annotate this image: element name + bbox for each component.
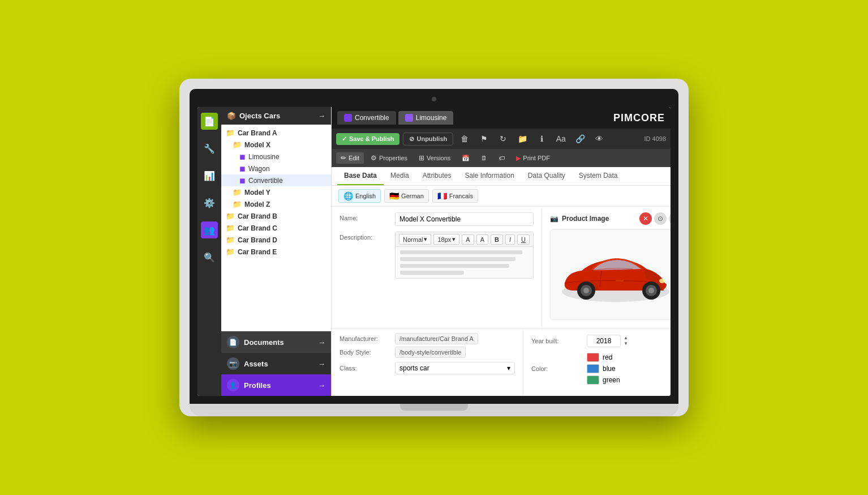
italic-btn[interactable]: I	[505, 234, 515, 245]
editor-toolbar: Normal ▾ 18px ▾ A	[396, 232, 533, 247]
bold-btn[interactable]: B	[491, 234, 503, 245]
edit-label: Edit	[349, 155, 359, 161]
color-label: Color:	[531, 365, 582, 372]
class-select[interactable]: sports car ▾	[395, 362, 515, 374]
search-icon-btn[interactable]: 🔍	[201, 249, 218, 266]
class-chevron-icon: ▾	[507, 364, 510, 372]
properties-btn[interactable]: ⚙ Properties	[366, 152, 412, 164]
color-list-container: red blue green	[587, 353, 663, 385]
profiles-arrow: →	[318, 381, 325, 390]
tab-sale-information[interactable]: Sale Information	[458, 167, 521, 185]
tree-item-car-brand-a[interactable]: 📁 Car Brand A	[221, 127, 331, 139]
info-icon-btn[interactable]: ℹ	[534, 131, 549, 147]
users-icon-btn[interactable]: 👥	[201, 221, 218, 238]
external-link-btn[interactable]: 🔗	[572, 131, 588, 147]
tag-icon-btn[interactable]: 🏷	[494, 153, 509, 163]
tree-item-car-brand-c[interactable]: 📁 Car Brand C	[221, 222, 331, 234]
tree-item-car-brand-b[interactable]: 📁 Car Brand B	[221, 210, 331, 222]
tree-item-model-x[interactable]: 📁 Model X	[221, 139, 331, 151]
tab-convertible[interactable]: Convertible	[337, 111, 396, 125]
year-up-btn[interactable]: ▲	[623, 335, 629, 341]
tree-item-model-y[interactable]: 📁 Model Y	[221, 186, 331, 198]
folder-icon-4: 📁	[233, 200, 242, 208]
image-remove-btn[interactable]: ✕	[639, 212, 652, 225]
tree-panel: 📦 Ojects Cars → 📁 Car Brand A 📁 Model X	[221, 107, 332, 396]
description-editor-container: Normal ▾ 18px ▾ A	[395, 232, 534, 279]
lang-english[interactable]: 🌐 English	[338, 189, 381, 203]
year-built-input[interactable]	[587, 335, 621, 347]
assets-icon: 📷	[227, 357, 239, 370]
tree-item-convertible[interactable]: ◼ Convertible	[221, 174, 331, 186]
save-publish-button[interactable]: ✓ Save & Publish	[336, 133, 399, 145]
tree-header-icon: 📦	[227, 112, 236, 120]
folder-icon-7: 📁	[226, 236, 235, 244]
pencil-icon: ✏	[341, 154, 346, 162]
image-action-buttons: ✕ ⊙ ↑	[639, 212, 671, 225]
edit-btn[interactable]: ✏ Edit	[336, 152, 364, 164]
tab-base-data[interactable]: Base Data	[337, 167, 384, 185]
documents-nav[interactable]: 📄 Documents →	[221, 331, 331, 353]
preview-btn[interactable]: 👁	[591, 131, 607, 147]
image-target-btn[interactable]: ⊙	[654, 212, 667, 225]
tree-header-title: Ojects Cars	[239, 112, 280, 120]
properties-label: Properties	[379, 155, 407, 161]
image-upload-btn[interactable]: ↑	[669, 212, 671, 225]
fontsize-select[interactable]: 18px ▾	[433, 234, 459, 245]
calendar2-icon-btn[interactable]: 🗓	[476, 153, 492, 163]
format-select[interactable]: Normal ▾	[399, 234, 431, 245]
tree-item-limousine[interactable]: ◼ Limousine	[221, 151, 331, 163]
body-style-path: /body-style/convertible	[395, 347, 466, 358]
tab-limousine[interactable]: Limousine	[398, 111, 454, 125]
francais-label: Francais	[449, 193, 473, 199]
editor-line-1	[400, 250, 522, 254]
document-icon-btn[interactable]: 📄	[201, 113, 218, 130]
camera-icon: 📷	[550, 215, 558, 223]
sidebar-icons: 📄 🔧 📊 ⚙️ 👥 🔍	[197, 107, 221, 396]
tab-media[interactable]: Media	[384, 167, 416, 185]
unpublish-button[interactable]: ⊘ Unpublish	[403, 133, 453, 146]
lang-german[interactable]: 🇩🇪 German	[384, 189, 429, 203]
lang-francais[interactable]: 🇫🇷 Francais	[432, 189, 478, 203]
tree-item-model-z[interactable]: 📁 Model Z	[221, 198, 331, 210]
svg-point-7	[659, 279, 665, 283]
assets-nav[interactable]: 📷 Assets →	[221, 353, 331, 374]
year-down-btn[interactable]: ▼	[623, 341, 629, 347]
translate-icon-btn[interactable]: Aa	[553, 131, 569, 147]
class-value: sports car ▾	[395, 362, 515, 374]
assets-arrow: →	[318, 360, 325, 368]
name-input[interactable]	[395, 212, 534, 226]
profiles-label: Profiles	[244, 381, 271, 390]
versions-btn[interactable]: ⊞ Versions	[414, 152, 455, 164]
calendar-icon-btn[interactable]: 📅	[457, 153, 474, 164]
tree-item-wagon[interactable]: ◼ Wagon	[221, 163, 331, 174]
refresh-icon-btn[interactable]: ↻	[495, 131, 511, 147]
editor-lines	[400, 250, 528, 275]
tab-system-data[interactable]: System Data	[572, 167, 625, 185]
color-item-green: green	[587, 375, 663, 385]
editor-body[interactable]	[396, 247, 533, 278]
settings-icon-btn[interactable]: ⚙️	[201, 194, 218, 211]
underline-btn[interactable]: U	[517, 234, 530, 245]
svg-point-6	[583, 288, 589, 293]
tree-item-car-brand-d[interactable]: 📁 Car Brand D	[221, 234, 331, 246]
editor-line-4	[400, 271, 464, 275]
chart-icon-btn[interactable]: 📊	[201, 167, 218, 184]
flag-icon-btn[interactable]: ⚑	[476, 131, 492, 147]
tab-data-quality[interactable]: Data Quality	[521, 167, 572, 185]
font-color-btn[interactable]: A	[462, 234, 474, 245]
profiles-nav[interactable]: 👤 Profiles →	[221, 374, 331, 396]
content-area: 🌐 English 🇩🇪 German 🇫🇷 Francais	[332, 186, 671, 396]
product-image-container	[550, 229, 671, 320]
versions-icon: ⊞	[419, 154, 424, 162]
folder-icon-btn[interactable]: 📁	[514, 131, 530, 147]
delete-icon-btn[interactable]: 🗑	[457, 131, 472, 147]
highlight-btn[interactable]: A	[476, 234, 488, 245]
svg-point-3	[648, 288, 654, 293]
tab-attributes[interactable]: Attributes	[416, 167, 458, 185]
pdf-icon-btn[interactable]: ▶ Print PDF	[512, 153, 555, 164]
pdf-label: Print PDF	[523, 155, 550, 161]
body-style-value: /body-style/convertible	[395, 348, 515, 356]
cube-icon-limousine: ◼	[239, 152, 246, 161]
tree-item-car-brand-e[interactable]: 📁 Car Brand E	[221, 246, 331, 258]
wrench-icon-btn[interactable]: 🔧	[201, 140, 218, 157]
